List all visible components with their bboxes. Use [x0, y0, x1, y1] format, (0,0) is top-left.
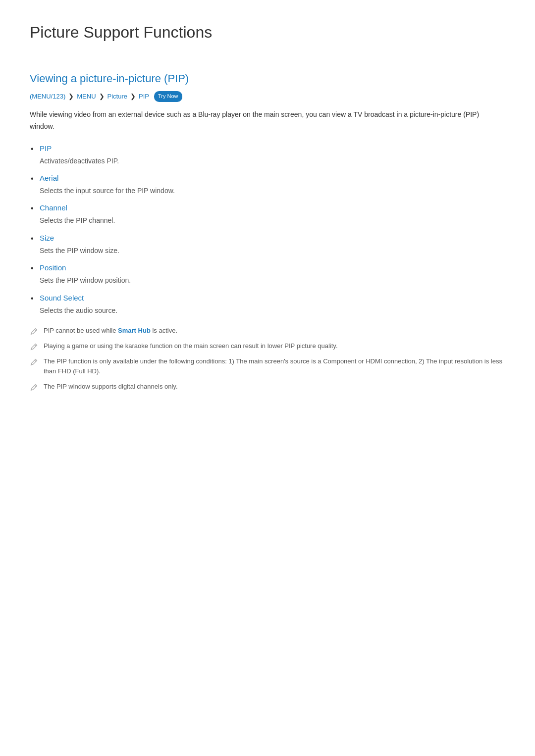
breadcrumb-sep1: ❯	[68, 92, 74, 102]
pencil-icon-2	[30, 342, 39, 351]
note-item-2: Playing a game or using the karaoke func…	[30, 341, 505, 352]
term-pip: PIP	[40, 144, 52, 152]
breadcrumb-sep3: ❯	[130, 92, 136, 102]
desc-position: Sets the PIP window position.	[40, 275, 505, 286]
breadcrumb-sep2: ❯	[99, 92, 105, 102]
page-title: Picture Support Functions	[30, 20, 505, 50]
desc-size: Sets the PIP window size.	[40, 245, 505, 256]
breadcrumb: (MENU/123) ❯ MENU ❯ Picture ❯ PIP Try No…	[30, 91, 505, 102]
bullet-list: PIP Activates/deactivates PIP. Aerial Se…	[40, 143, 505, 316]
term-channel: Channel	[40, 203, 67, 212]
note-text-3: The PIP function is only available under…	[44, 356, 505, 377]
note-item-1: PIP cannot be used while Smart Hub is ac…	[30, 326, 505, 336]
breadcrumb-pip: PIP	[139, 92, 149, 102]
note-text-2: Playing a game or using the karaoke func…	[44, 341, 505, 352]
desc-aerial: Selects the input source for the PIP win…	[40, 185, 505, 196]
section-title: Viewing a picture-in-picture (PIP)	[30, 70, 505, 87]
pencil-icon-3	[30, 357, 39, 366]
list-item-size: Size Sets the PIP window size.	[40, 232, 505, 256]
term-position: Position	[40, 263, 66, 272]
desc-pip: Activates/deactivates PIP.	[40, 155, 505, 166]
pencil-icon-4	[30, 383, 39, 392]
note-item-4: The PIP window supports digital channels…	[30, 382, 505, 392]
try-now-badge[interactable]: Try Now	[154, 91, 182, 102]
breadcrumb-menu: MENU	[77, 92, 96, 102]
term-aerial: Aerial	[40, 174, 58, 182]
pencil-icon-1	[30, 327, 39, 336]
list-item-position: Position Sets the PIP window position.	[40, 262, 505, 286]
notes-section: PIP cannot be used while Smart Hub is ac…	[30, 326, 505, 392]
desc-channel: Selects the PIP channel.	[40, 215, 505, 226]
list-item-pip: PIP Activates/deactivates PIP.	[40, 143, 505, 166]
note-text-1: PIP cannot be used while Smart Hub is ac…	[44, 326, 505, 336]
breadcrumb-menu123: (MENU/123)	[30, 92, 65, 102]
desc-sound-select: Selects the audio source.	[40, 305, 505, 316]
breadcrumb-picture: Picture	[107, 92, 127, 102]
term-sound-select: Sound Select	[40, 294, 84, 302]
smart-hub-link: Smart Hub	[118, 327, 151, 334]
term-size: Size	[40, 234, 54, 242]
note-item-3: The PIP function is only available under…	[30, 356, 505, 377]
note-text-4: The PIP window supports digital channels…	[44, 382, 505, 392]
list-item-channel: Channel Selects the PIP channel.	[40, 202, 505, 226]
intro-text: While viewing video from an external dev…	[30, 109, 505, 133]
list-item-aerial: Aerial Selects the input source for the …	[40, 172, 505, 196]
list-item-sound-select: Sound Select Selects the audio source.	[40, 292, 505, 316]
